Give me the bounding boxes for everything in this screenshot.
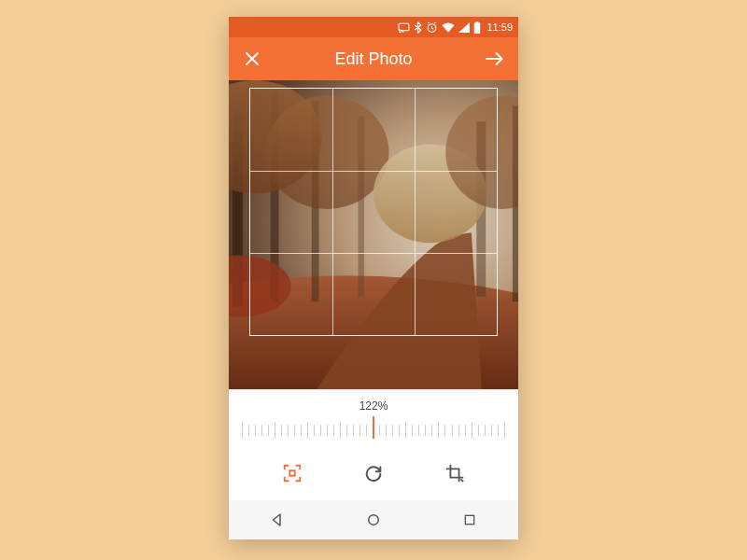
nav-back-button[interactable] (267, 510, 288, 530)
zoom-indicator (373, 416, 374, 439)
page-title: Edit Photo (334, 49, 412, 69)
tool-row (229, 444, 518, 500)
battery-icon (473, 21, 481, 34)
ruler-tick (268, 425, 269, 436)
grid-line (332, 89, 333, 335)
ruler-tick (294, 425, 295, 436)
ruler-tick (491, 425, 492, 436)
crop-grid[interactable] (249, 88, 498, 336)
zoom-label: 122% (242, 399, 505, 413)
ruler-tick (353, 425, 354, 436)
crop-tool-button[interactable] (443, 461, 467, 485)
nav-home-button[interactable] (363, 510, 384, 530)
signal-icon (458, 22, 470, 33)
controls-panel: 122% (229, 389, 518, 500)
ruler-tick (340, 422, 341, 439)
close-icon[interactable] (242, 49, 262, 69)
ruler-tick (275, 422, 275, 439)
svg-point-18 (369, 515, 379, 525)
zoom-control: 122% (229, 390, 518, 444)
frame-tool-button[interactable] (280, 461, 304, 485)
ruler-tick (444, 425, 445, 436)
ruler-tick (465, 425, 466, 436)
ruler-tick (288, 425, 289, 436)
svg-rect-3 (476, 21, 479, 22)
rotate-tool-button[interactable] (361, 461, 386, 485)
ruler-tick (472, 422, 472, 439)
ruler-tick (412, 425, 413, 436)
ruler-tick (399, 425, 400, 436)
ruler-tick (261, 425, 262, 436)
cast-icon (398, 22, 410, 33)
ruler-tick (255, 425, 256, 436)
app-bar: Edit Photo (229, 37, 518, 80)
ruler-tick (392, 425, 393, 436)
status-bar: 11:59 (229, 17, 518, 37)
android-nav-bar (229, 500, 518, 539)
ruler-tick (379, 425, 380, 436)
ruler-tick (386, 425, 387, 436)
phone-frame: 11:59 Edit Photo (229, 17, 518, 539)
ruler-tick (242, 422, 243, 439)
ruler-tick (366, 425, 367, 436)
ruler-tick (504, 422, 505, 439)
svg-rect-2 (474, 22, 481, 34)
grid-line (415, 89, 416, 335)
ruler-tick (425, 425, 426, 436)
ruler-tick (301, 425, 302, 436)
zoom-slider[interactable] (242, 416, 505, 444)
grid-line (250, 253, 497, 254)
ruler-tick (307, 422, 308, 439)
ruler-tick (478, 425, 479, 436)
ruler-tick (458, 425, 459, 436)
photo-canvas[interactable] (229, 80, 518, 389)
ruler-tick (346, 425, 347, 436)
ruler-tick (281, 425, 282, 436)
wifi-icon (442, 22, 455, 33)
grid-line (250, 171, 497, 172)
ruler-tick (327, 425, 328, 436)
status-time: 11:59 (486, 21, 513, 33)
ruler-tick (359, 425, 360, 436)
ruler-tick (452, 425, 453, 436)
nav-recents-button[interactable] (459, 510, 480, 530)
ruler-tick (438, 422, 439, 439)
ruler-tick (418, 425, 419, 436)
svg-rect-17 (289, 470, 295, 476)
ruler-tick (431, 425, 432, 436)
forward-icon[interactable] (485, 49, 505, 69)
ruler-tick (498, 425, 499, 436)
ruler-tick (320, 425, 321, 436)
bluetooth-icon (414, 21, 422, 34)
alarm-icon (426, 21, 438, 34)
ruler-tick (333, 425, 334, 436)
ruler-tick (485, 425, 486, 436)
ruler-tick (405, 422, 406, 439)
ruler-tick (314, 425, 315, 436)
svg-rect-19 (466, 515, 474, 524)
ruler-tick (248, 425, 249, 436)
